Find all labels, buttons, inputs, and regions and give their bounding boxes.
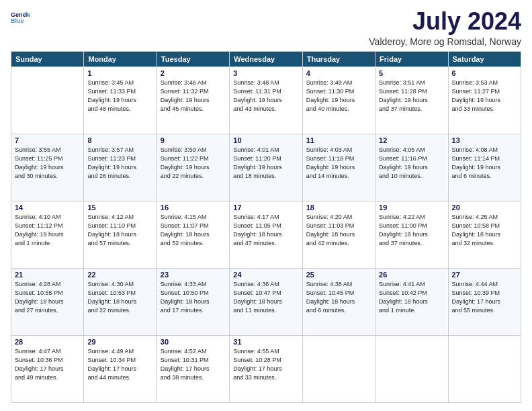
day-info: Sunrise: 4:08 AM Sunset: 11:14 PM Daylig… [452, 146, 517, 181]
day-number: 16 [161, 203, 226, 212]
calendar-cell: 14Sunrise: 4:10 AM Sunset: 11:12 PM Dayl… [11, 201, 84, 268]
day-number: 30 [161, 338, 226, 346]
day-info: Sunrise: 4:36 AM Sunset: 10:47 PM Daylig… [233, 280, 298, 315]
day-info: Sunrise: 3:55 AM Sunset: 11:25 PM Daylig… [15, 146, 80, 181]
logo: General Blue [11, 8, 30, 27]
calendar-cell: 28Sunrise: 4:47 AM Sunset: 10:36 PM Dayl… [11, 335, 84, 402]
day-info: Sunrise: 4:28 AM Sunset: 10:55 PM Daylig… [15, 280, 80, 315]
day-number: 20 [452, 203, 517, 212]
day-info: Sunrise: 3:45 AM Sunset: 11:33 PM Daylig… [87, 79, 152, 113]
calendar-cell: 23Sunrise: 4:33 AM Sunset: 10:50 PM Dayl… [157, 268, 229, 335]
day-info: Sunrise: 4:38 AM Sunset: 10:45 PM Daylig… [306, 280, 371, 315]
calendar-cell: 21Sunrise: 4:28 AM Sunset: 10:55 PM Dayl… [11, 268, 84, 335]
day-number: 8 [87, 136, 152, 144]
day-number: 12 [379, 136, 444, 144]
title-block: July 2024 Valderoy, More og Romsdal, Nor… [369, 8, 521, 47]
col-monday: Monday [84, 51, 157, 66]
logo-icon: General Blue [11, 8, 30, 27]
calendar-cell: 29Sunrise: 4:49 AM Sunset: 10:34 PM Dayl… [84, 335, 157, 402]
day-number: 10 [233, 136, 298, 144]
calendar-cell: 8Sunrise: 3:57 AM Sunset: 11:23 PM Dayli… [84, 134, 157, 201]
day-info: Sunrise: 3:46 AM Sunset: 11:32 PM Daylig… [161, 79, 226, 113]
day-number: 26 [379, 271, 444, 279]
day-number: 21 [15, 271, 80, 279]
calendar-cell: 11Sunrise: 4:03 AM Sunset: 11:18 PM Dayl… [302, 134, 375, 201]
day-info: Sunrise: 4:52 AM Sunset: 10:31 PM Daylig… [161, 347, 226, 382]
calendar-cell: 13Sunrise: 4:08 AM Sunset: 11:14 PM Dayl… [448, 134, 521, 201]
page: General Blue July 2024 Valderoy, More og… [0, 0, 532, 411]
day-number: 28 [15, 338, 80, 346]
calendar-cell: 20Sunrise: 4:25 AM Sunset: 10:58 PM Dayl… [448, 201, 521, 268]
header-row: Sunday Monday Tuesday Wednesday Thursday… [11, 51, 521, 66]
calendar-cell: 9Sunrise: 3:59 AM Sunset: 11:22 PM Dayli… [157, 134, 229, 201]
day-number: 15 [87, 203, 152, 212]
day-number: 27 [452, 271, 517, 279]
calendar-cell: 24Sunrise: 4:36 AM Sunset: 10:47 PM Dayl… [230, 268, 302, 335]
calendar-cell: 26Sunrise: 4:41 AM Sunset: 10:42 PM Dayl… [375, 268, 448, 335]
col-sunday: Sunday [11, 51, 84, 66]
calendar-cell: 17Sunrise: 4:17 AM Sunset: 11:05 PM Dayl… [230, 201, 302, 268]
calendar-week-5: 28Sunrise: 4:47 AM Sunset: 10:36 PM Dayl… [11, 335, 521, 402]
day-number: 22 [87, 271, 152, 279]
calendar-cell: 22Sunrise: 4:30 AM Sunset: 10:53 PM Dayl… [84, 268, 157, 335]
calendar-cell: 18Sunrise: 4:20 AM Sunset: 11:03 PM Dayl… [302, 201, 375, 268]
day-number: 6 [452, 69, 517, 77]
calendar-cell: 16Sunrise: 4:15 AM Sunset: 11:07 PM Dayl… [157, 201, 229, 268]
calendar-cell: 15Sunrise: 4:12 AM Sunset: 11:10 PM Dayl… [84, 201, 157, 268]
subtitle: Valderoy, More og Romsdal, Norway [369, 36, 521, 47]
day-number: 11 [306, 136, 371, 144]
day-number: 1 [87, 69, 152, 77]
day-info: Sunrise: 4:41 AM Sunset: 10:42 PM Daylig… [379, 280, 444, 315]
day-info: Sunrise: 3:51 AM Sunset: 11:28 PM Daylig… [379, 79, 444, 113]
main-title: July 2024 [369, 8, 521, 35]
calendar-cell: 3Sunrise: 3:48 AM Sunset: 11:31 PM Dayli… [230, 66, 302, 134]
calendar-cell: 4Sunrise: 3:49 AM Sunset: 11:30 PM Dayli… [302, 66, 375, 134]
day-number: 29 [87, 338, 152, 346]
calendar-cell: 6Sunrise: 3:53 AM Sunset: 11:27 PM Dayli… [448, 66, 521, 134]
day-number: 14 [15, 203, 80, 212]
calendar-table: Sunday Monday Tuesday Wednesday Thursday… [11, 51, 521, 403]
day-info: Sunrise: 4:44 AM Sunset: 10:39 PM Daylig… [452, 280, 517, 315]
calendar-cell [448, 335, 521, 402]
day-info: Sunrise: 3:57 AM Sunset: 11:23 PM Daylig… [87, 146, 152, 181]
day-info: Sunrise: 4:20 AM Sunset: 11:03 PM Daylig… [306, 213, 371, 248]
day-info: Sunrise: 4:49 AM Sunset: 10:34 PM Daylig… [87, 347, 152, 382]
calendar-cell: 10Sunrise: 4:01 AM Sunset: 11:20 PM Dayl… [230, 134, 302, 201]
calendar-cell [375, 335, 448, 402]
calendar-cell: 27Sunrise: 4:44 AM Sunset: 10:39 PM Dayl… [448, 268, 521, 335]
day-info: Sunrise: 4:17 AM Sunset: 11:05 PM Daylig… [233, 213, 298, 248]
col-friday: Friday [375, 51, 448, 66]
calendar-cell [11, 66, 84, 134]
col-wednesday: Wednesday [230, 51, 302, 66]
col-tuesday: Tuesday [157, 51, 229, 66]
day-info: Sunrise: 4:01 AM Sunset: 11:20 PM Daylig… [233, 146, 298, 181]
day-number: 19 [379, 203, 444, 212]
calendar-cell: 31Sunrise: 4:55 AM Sunset: 10:28 PM Dayl… [230, 335, 302, 402]
day-number: 2 [161, 69, 226, 77]
calendar-week-3: 14Sunrise: 4:10 AM Sunset: 11:12 PM Dayl… [11, 201, 521, 268]
calendar-cell [302, 335, 375, 402]
day-number: 3 [233, 69, 298, 77]
day-number: 4 [306, 69, 371, 77]
day-number: 18 [306, 203, 371, 212]
day-info: Sunrise: 3:48 AM Sunset: 11:31 PM Daylig… [233, 79, 298, 113]
day-number: 5 [379, 69, 444, 77]
col-thursday: Thursday [302, 51, 375, 66]
day-number: 7 [15, 136, 80, 144]
day-number: 23 [161, 271, 226, 279]
day-info: Sunrise: 3:59 AM Sunset: 11:22 PM Daylig… [161, 146, 226, 181]
day-info: Sunrise: 4:05 AM Sunset: 11:16 PM Daylig… [379, 146, 444, 181]
calendar-cell: 19Sunrise: 4:22 AM Sunset: 11:00 PM Dayl… [375, 201, 448, 268]
calendar-cell: 5Sunrise: 3:51 AM Sunset: 11:28 PM Dayli… [375, 66, 448, 134]
calendar-cell: 30Sunrise: 4:52 AM Sunset: 10:31 PM Dayl… [157, 335, 229, 402]
day-info: Sunrise: 4:03 AM Sunset: 11:18 PM Daylig… [306, 146, 371, 181]
day-info: Sunrise: 4:22 AM Sunset: 11:00 PM Daylig… [379, 213, 444, 248]
day-info: Sunrise: 4:33 AM Sunset: 10:50 PM Daylig… [161, 280, 226, 315]
calendar-cell: 1Sunrise: 3:45 AM Sunset: 11:33 PM Dayli… [84, 66, 157, 134]
day-info: Sunrise: 4:10 AM Sunset: 11:12 PM Daylig… [15, 213, 80, 248]
calendar-cell: 7Sunrise: 3:55 AM Sunset: 11:25 PM Dayli… [11, 134, 84, 201]
header: General Blue July 2024 Valderoy, More og… [11, 8, 521, 47]
day-info: Sunrise: 3:53 AM Sunset: 11:27 PM Daylig… [452, 79, 517, 113]
day-number: 31 [233, 338, 298, 346]
day-number: 17 [233, 203, 298, 212]
